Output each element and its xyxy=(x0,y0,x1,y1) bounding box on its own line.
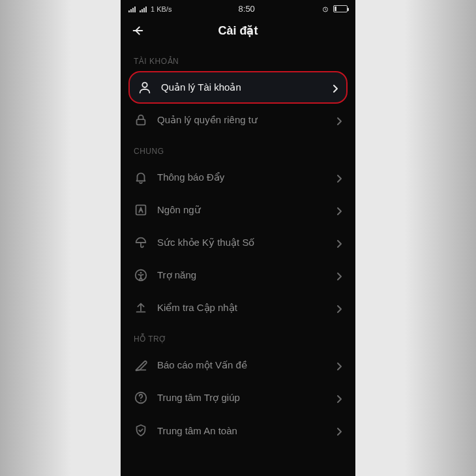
row-help-center[interactable]: Trung tâm Trợ giúp xyxy=(121,381,355,414)
svg-point-7 xyxy=(140,400,141,402)
chevron-right-icon xyxy=(332,84,338,91)
umbrella-icon xyxy=(134,235,148,250)
chevron-right-icon xyxy=(336,394,342,401)
status-right xyxy=(321,5,348,13)
row-manage-account[interactable]: Quản lý Tài khoản xyxy=(128,71,348,104)
row-label: Kiểm tra Cập nhật xyxy=(157,302,327,314)
user-icon xyxy=(138,80,152,95)
section-header-support: HỖ TRỢ xyxy=(121,324,355,349)
signal-icon xyxy=(128,6,136,12)
row-digital-wellbeing[interactable]: Sức khỏe Kỹ thuật Số xyxy=(121,226,355,259)
row-report-problem[interactable]: Báo cáo một Vấn đề xyxy=(121,349,355,381)
back-button[interactable] xyxy=(130,23,145,38)
row-label: Ngôn ngữ xyxy=(157,204,327,216)
status-bar: 1 KB/s 8:50 xyxy=(121,0,355,15)
report-icon xyxy=(134,358,148,372)
svg-point-5 xyxy=(140,272,142,274)
shield-icon xyxy=(134,423,148,438)
status-left: 1 KB/s xyxy=(128,5,171,13)
row-privacy[interactable]: Quản lý quyền riêng tư xyxy=(121,104,355,136)
alarm-icon xyxy=(321,5,329,13)
bell-icon xyxy=(134,170,148,185)
chevron-right-icon xyxy=(336,174,342,181)
language-icon xyxy=(134,203,148,217)
row-label: Quản lý quyền riêng tư xyxy=(157,114,327,126)
nav-bar: Cài đặt xyxy=(121,15,355,46)
row-label: Trung tâm Trợ giúp xyxy=(157,392,327,404)
update-icon xyxy=(134,301,148,315)
phone-frame: 1 KB/s 8:50 Cài đặt TÀI KHOẢN xyxy=(121,0,355,476)
row-label: Sức khỏe Kỹ thuật Số xyxy=(157,237,327,248)
page-title: Cài đặt xyxy=(218,23,258,38)
row-label: Thông báo Đẩy xyxy=(157,171,327,183)
chevron-right-icon xyxy=(336,362,342,368)
row-label: Quản lý Tài khoản xyxy=(161,82,323,93)
row-label: Trợ năng xyxy=(157,269,327,281)
chevron-right-icon xyxy=(336,427,342,434)
lock-icon xyxy=(134,113,148,127)
status-time: 8:50 xyxy=(239,4,255,14)
row-check-update[interactable]: Kiểm tra Cập nhật xyxy=(121,291,355,324)
svg-rect-2 xyxy=(137,119,145,125)
row-safety-center[interactable]: Trung tâm An toàn xyxy=(121,414,355,447)
chevron-right-icon xyxy=(336,117,342,123)
chevron-right-icon xyxy=(336,239,342,246)
chevron-right-icon xyxy=(336,207,342,213)
row-label: Báo cáo một Vấn đề xyxy=(157,359,327,371)
row-push-notifications[interactable]: Thông báo Đẩy xyxy=(121,161,355,194)
section-header-general: CHUNG xyxy=(121,136,355,161)
row-language[interactable]: Ngôn ngữ xyxy=(121,194,355,226)
row-accessibility[interactable]: Trợ năng xyxy=(121,259,355,291)
signal-icon-2 xyxy=(140,6,147,12)
net-speed: 1 KB/s xyxy=(151,5,171,13)
section-header-account: TÀI KHOẢN xyxy=(121,46,355,71)
battery-icon xyxy=(333,5,348,12)
chevron-right-icon xyxy=(336,305,342,311)
help-icon xyxy=(134,391,148,405)
back-arrow-icon xyxy=(130,23,145,38)
row-label: Trung tâm An toàn xyxy=(157,425,327,436)
accessibility-icon xyxy=(134,268,148,282)
chevron-right-icon xyxy=(336,272,342,278)
svg-point-1 xyxy=(142,83,147,87)
